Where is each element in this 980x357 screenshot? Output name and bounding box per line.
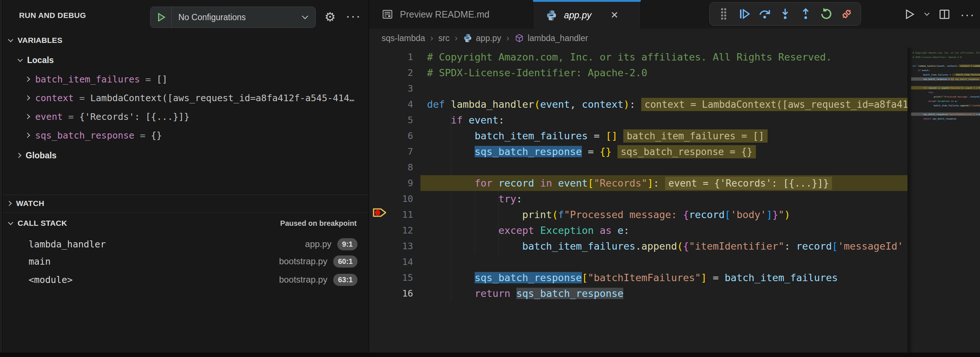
inline-debug-value: context = LambdaContext([aws_request_id=… <box>641 98 907 111</box>
scope-globals[interactable]: Globals <box>3 147 368 164</box>
debug-config-label: No Configurations <box>178 13 246 22</box>
minimap-line: batch_item_failures.append({"itemIdentif… <box>913 104 980 108</box>
debug-config-dropdown[interactable]: No Configurations <box>150 6 316 28</box>
code-line-12[interactable]: 12 except Exception as e: <box>369 223 907 238</box>
editor-actions: ··· <box>903 0 975 29</box>
code-line-11[interactable]: 11 print(f"Processed message: {record['b… <box>369 207 907 223</box>
code-line-14[interactable]: 14 <box>369 254 907 270</box>
variable-row-event[interactable]: event = {'Records': [{...}]} <box>3 108 368 125</box>
variable-value: LambdaContext([aws_request_id=a8fa412f-a… <box>91 93 354 104</box>
call-stack-section-header[interactable]: CALL STACK Paused on breakpoint <box>3 215 368 231</box>
variable-row-sqs_batch_response[interactable]: sqs_batch_response = {} <box>3 126 368 144</box>
disconnect-icon[interactable] <box>838 5 855 24</box>
minimap-line: # Copyright Amazon.com, Inc. or its affi… <box>913 51 980 55</box>
frame-line-badge: 63:1 <box>333 274 358 286</box>
breadcrumb: sqs-lambda›src› app.py› lambda_handler <box>369 29 980 48</box>
watch-section-label: WATCH <box>16 199 44 208</box>
stack-frame-row[interactable]: main bootstrap.py 60:1 <box>3 253 368 270</box>
split-editor-icon[interactable] <box>938 8 951 21</box>
variable-value: [] <box>156 74 167 84</box>
line-number: 6 <box>369 128 413 144</box>
frame-line-badge: 9:1 <box>337 238 358 250</box>
code-line-1[interactable]: 1# Copyright Amazon.com, Inc. or its aff… <box>369 49 907 65</box>
breadcrumb-label: src <box>438 33 450 43</box>
line-number: 1 <box>369 49 413 65</box>
minimap-line: try: <box>913 90 980 94</box>
more-actions-icon[interactable]: ··· <box>960 7 975 22</box>
code-line-9[interactable]: 9 for record in event["Records"]:event =… <box>369 175 907 191</box>
vscode-window: RUN AND DEBUG No Configurations ⚙ ··· VA… <box>0 0 980 357</box>
frame-line-badge: 60:1 <box>333 255 358 268</box>
variable-eq: = <box>63 112 79 122</box>
frame-name: lambda_handler <box>29 239 106 250</box>
step-out-icon[interactable] <box>798 5 814 24</box>
run-icon[interactable] <box>903 8 916 21</box>
code-line-8[interactable]: 8 <box>369 159 907 175</box>
restart-icon[interactable] <box>818 5 834 24</box>
code-line-15[interactable]: 15 sqs_batch_response["batchItemFailures… <box>369 270 907 285</box>
window-edge <box>0 352 980 357</box>
breadcrumb-item[interactable]: lambda_handler <box>514 33 588 43</box>
minimap[interactable]: # Copyright Amazon.com, Inc. or its affi… <box>911 51 980 183</box>
line-number: 4 <box>369 96 413 112</box>
code-line-6[interactable]: 6 batch_item_failures = []batch_item_fai… <box>369 128 907 144</box>
step-over-icon[interactable] <box>757 5 773 24</box>
chevron-down-icon <box>302 13 309 19</box>
line-number: 7 <box>369 144 413 159</box>
variables-section-header[interactable]: VARIABLES <box>3 32 368 48</box>
sidebar-header: RUN AND DEBUG No Configurations ⚙ ··· <box>3 3 368 28</box>
close-icon[interactable]: ✕ <box>611 10 619 21</box>
call-stack-section-label: CALL STACK <box>18 219 67 228</box>
line-number: 2 <box>369 65 413 81</box>
frame-file: bootstrap.py <box>279 274 328 285</box>
section-divider <box>3 194 368 195</box>
window-edge <box>0 0 3 357</box>
variable-name: sqs_batch_response <box>35 130 134 141</box>
variable-name: batch_item_failures <box>35 74 140 84</box>
watch-section-header[interactable]: WATCH <box>3 195 368 212</box>
tab-app-py[interactable]: app.py✕ <box>533 0 641 29</box>
gripper-icon[interactable] <box>716 5 732 24</box>
breadcrumb-item[interactable]: src <box>438 33 450 43</box>
minimap-line: # SPDX-License-Identifier: Apache-2.0 <box>913 55 980 59</box>
minimap-line: sqs_batch_response["batchItemFailures"] … <box>913 112 980 116</box>
minimap-line: print(f"Processed message: {record['body… <box>913 94 980 99</box>
stack-frame-row[interactable]: <module> bootstrap.py 63:1 <box>3 271 368 288</box>
tab-label: Preview README.md <box>400 9 490 20</box>
continue-icon[interactable] <box>736 5 752 24</box>
code-editor[interactable]: 1# Copyright Amazon.com, Inc. or its aff… <box>369 48 907 352</box>
variable-name: context <box>35 93 73 104</box>
stack-frame-row[interactable]: lambda_handler app.py 9:1 <box>3 236 368 253</box>
tab-preview-readme-md[interactable]: Preview README.md <box>369 0 533 29</box>
scope-locals[interactable]: Locals <box>3 51 368 69</box>
step-into-icon[interactable] <box>777 5 793 24</box>
line-number: 14 <box>369 254 413 270</box>
minimap-line: except Exception as e: <box>913 99 980 104</box>
line-number: 12 <box>369 223 413 238</box>
run-dropdown-chevron-icon[interactable] <box>924 11 929 16</box>
variable-row-context[interactable]: context = LambdaContext([aws_request_id=… <box>3 89 368 107</box>
code-line-3[interactable]: 3 <box>369 81 907 96</box>
chevron-right-icon <box>25 95 30 100</box>
variable-eq: = <box>134 130 151 141</box>
chevron-right-icon <box>25 133 30 138</box>
code-line-4[interactable]: 4def lambda_handler(event, context):cont… <box>369 96 907 112</box>
start-debug-button[interactable] <box>151 7 172 27</box>
frame-file: app.py <box>305 239 331 249</box>
minimap-line: batch_item_failures = [] batch_item_fail… <box>913 73 980 77</box>
gear-icon[interactable]: ⚙ <box>325 8 336 26</box>
code-line-13[interactable]: 13 batch_item_failures.append({"itemIden… <box>369 238 907 254</box>
inline-debug-value: event = {'Records': [{...}]} <box>665 177 832 190</box>
code-line-5[interactable]: 5 if event: <box>369 112 907 128</box>
breadcrumb-separator: › <box>506 33 509 43</box>
code-line-16[interactable]: 16 return sqs_batch_response <box>369 285 907 301</box>
breadcrumb-item[interactable]: app.py <box>463 33 501 43</box>
more-icon[interactable]: ··· <box>346 7 361 25</box>
variable-name: event <box>35 112 63 122</box>
code-line-7[interactable]: 7 sqs_batch_response = {}sqs_batch_respo… <box>369 144 907 159</box>
code-line-2[interactable]: 2# SPDX-License-Identifier: Apache-2.0 <box>369 65 907 81</box>
breadcrumb-item[interactable]: sqs-lambda <box>382 33 425 43</box>
code-line-10[interactable]: 10 try: <box>369 191 907 207</box>
section-divider <box>3 212 368 213</box>
variable-row-batch_item_failures[interactable]: batch_item_failures = [] <box>3 70 368 88</box>
